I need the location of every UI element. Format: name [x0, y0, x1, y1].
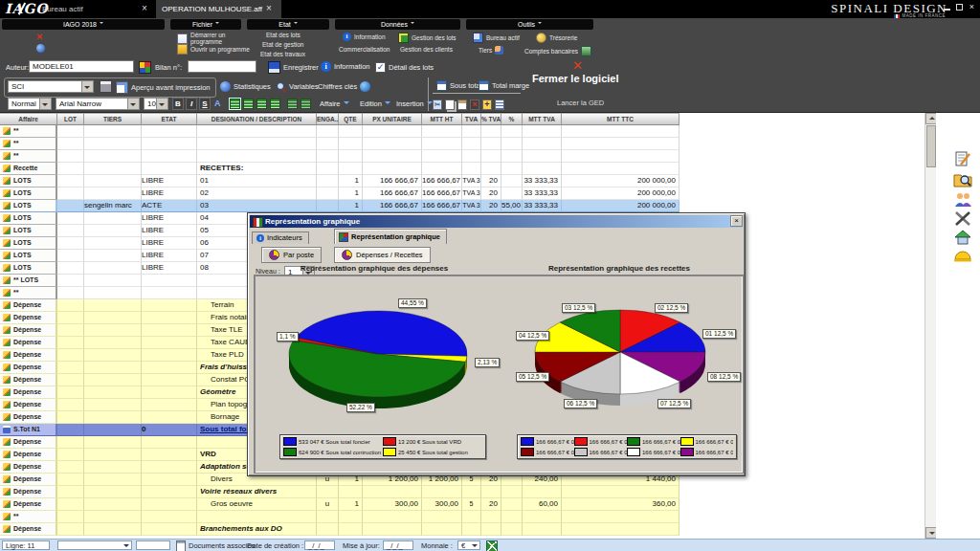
close-app-icon[interactable] — [572, 58, 583, 73]
col-header-px-unitaire[interactable]: PX UNITAIRE — [363, 113, 422, 125]
insert-row-icon[interactable] — [287, 99, 298, 109]
menu-fichier[interactable]: Fichier — [170, 19, 241, 30]
table-row[interactable]: ** — [0, 511, 924, 523]
italic-button[interactable]: I — [186, 98, 197, 110]
menu-item-commercialisation[interactable]: Commercialisation — [339, 46, 390, 53]
status-dropdown[interactable] — [57, 540, 132, 550]
menu-item-ouvrir-programme[interactable]: Ouvrir un programme — [177, 44, 250, 55]
table-row[interactable]: DépenseGros oeuvreu1300,00300,0052060,00… — [0, 498, 924, 511]
font-dropdown[interactable]: Arial Narrow — [56, 98, 140, 110]
col-header-tva[interactable]: TVA — [462, 113, 481, 125]
list-icon[interactable] — [495, 99, 504, 110]
total-marge-button[interactable]: Total marge — [479, 80, 529, 91]
table-row[interactable]: RecetteRECETTES: — [0, 163, 924, 175]
edition-menu[interactable]: Edition — [360, 99, 390, 108]
menu-item-comptes-bancaires[interactable]: Comptes bancaires — [524, 46, 591, 56]
align-grid-icon[interactable] — [256, 99, 267, 109]
font-size-dropdown[interactable]: 10 — [144, 98, 168, 110]
menu-item-etat-des-travaux[interactable]: Etat des travaux — [260, 51, 305, 57]
date-creation-field[interactable]: _/_/_ — [304, 540, 335, 550]
underline-button[interactable]: S — [199, 98, 211, 110]
table-row[interactable]: ** — [0, 150, 924, 163]
information-button[interactable]: Information — [321, 61, 370, 72]
documents-associes-button[interactable]: Documents associés — [176, 540, 255, 551]
depenses-recettes-button[interactable]: Dépenses / Recettes — [334, 247, 431, 263]
add-icon[interactable] — [482, 99, 492, 110]
statistiques-button[interactable]: Statistiques — [220, 81, 271, 92]
menu-outils[interactable]: Outils — [466, 19, 593, 30]
par-poste-button[interactable]: Par poste — [261, 247, 322, 263]
auteur-input[interactable] — [29, 60, 134, 73]
delete-row-icon[interactable] — [301, 99, 311, 109]
house-icon[interactable] — [953, 229, 972, 245]
col-header-enga[interactable]: ENGA.. — [317, 113, 339, 125]
resize-arrows-icon[interactable] — [486, 540, 498, 551]
fermer-logiciel-button[interactable]: Fermer le logiciel — [532, 73, 618, 84]
users-icon[interactable] — [953, 191, 972, 208]
paste-icon[interactable] — [457, 99, 467, 110]
close-window-button[interactable] — [968, 3, 976, 11]
table-row[interactable]: LOTSsengelin marcACTE031166 666,67166 66… — [0, 200, 924, 212]
folder-search-icon[interactable] — [953, 171, 972, 187]
cut-icon[interactable] — [433, 99, 442, 110]
affaire-menu[interactable]: Affaire — [320, 99, 349, 108]
close-program-icon[interactable] — [36, 32, 42, 41]
menu-item-etat-de-gestion[interactable]: Etat de gestion — [262, 41, 303, 48]
tab-indicateurs[interactable]: Indicateurs — [252, 231, 309, 244]
edit-document-icon[interactable] — [953, 151, 972, 167]
close-tab-icon[interactable] — [140, 4, 149, 13]
printer-icon[interactable] — [100, 80, 112, 93]
style-dropdown[interactable]: Normal — [8, 98, 52, 110]
insertion-menu[interactable]: Insertion — [396, 99, 433, 108]
menu-item-gestion-des-clients[interactable]: Gestion des clients — [400, 46, 453, 53]
align-grid-icon[interactable] — [230, 99, 240, 109]
delete-icon[interactable] — [470, 99, 479, 110]
close-tab-icon[interactable] — [264, 4, 274, 13]
col-header-mtt-ht[interactable]: MTT HT — [422, 113, 462, 125]
hard-hat-icon[interactable] — [953, 247, 972, 263]
table-row[interactable]: ** — [0, 125, 924, 138]
menu-iago2018[interactable]: IAGO 2018 — [2, 19, 165, 30]
tools-icon[interactable] — [953, 210, 972, 227]
variables-button[interactable]: Variables — [276, 81, 319, 92]
table-row[interactable]: LOTSLIBRE011166 666,67166 666,67TVA 3203… — [0, 175, 924, 187]
table-row[interactable]: ** — [0, 138, 924, 150]
col-header-etat[interactable]: ETAT — [142, 113, 197, 125]
tab-operation-mulhouse[interactable]: OPERATION MULHOUSE.aff — [156, 0, 281, 18]
detail-lots-checkbox[interactable] — [375, 62, 386, 73]
table-row[interactable]: LOTSLIBRE021166 666,67166 666,67TVA 3203… — [0, 187, 924, 200]
enregistrer-button[interactable]: Enregistrer — [268, 61, 319, 74]
menu-item-gestion-des-lots[interactable]: Gestion des lots — [398, 33, 457, 43]
col-header-designation[interactable]: DESIGNATION / DESCRIPTION — [197, 113, 317, 125]
menu-etat[interactable]: Etat — [247, 19, 329, 30]
col-header-tiers[interactable]: TIERS — [84, 113, 142, 125]
align-grid-icon[interactable] — [270, 99, 280, 109]
mise-a-jour-field[interactable]: _/_/_ — [383, 540, 413, 550]
menu-item-demarrer-programme[interactable]: Démarrer un programme — [177, 32, 250, 45]
menu-item-tresorerie[interactable]: Trésorerie — [536, 33, 577, 43]
scrollbar-thumb[interactable] — [926, 125, 936, 167]
font-color-button[interactable]: A — [214, 99, 221, 108]
sci-dropdown[interactable]: SCI — [8, 80, 94, 93]
globe-icon[interactable] — [36, 44, 45, 53]
col-header-affaire[interactable]: Affaire — [0, 113, 57, 125]
menu-item-bureau-actif[interactable]: Bureau actif — [473, 33, 520, 43]
col-header-pct-tva[interactable]: % TVA — [481, 113, 501, 125]
tab-representation-graphique[interactable]: Représentation graphique — [334, 229, 447, 244]
apercu-button[interactable]: Aperçu avant impression — [116, 81, 211, 94]
sous-total-button[interactable]: Sous total — [436, 80, 481, 91]
menu-item-etat-des-lots[interactable]: Etat des lots — [266, 32, 301, 38]
menu-item-information[interactable]: Information — [343, 33, 386, 41]
menu-donnees[interactable]: Données — [335, 19, 460, 30]
col-header-mtt-tva[interactable]: MTT TVA — [523, 113, 562, 125]
close-dialog-button[interactable] — [730, 215, 743, 227]
table-row[interactable]: DépenseVoirie réseaux divers — [0, 486, 924, 498]
bilan-input[interactable] — [188, 60, 256, 73]
col-header-qte[interactable]: QTE — [339, 113, 363, 125]
table-row[interactable]: DépenseBranchements aux DO — [0, 523, 924, 536]
col-header-lot[interactable]: LOT — [57, 113, 84, 125]
menu-item-tiers[interactable]: Tiers — [479, 46, 503, 55]
palette-icon[interactable] — [139, 61, 151, 74]
align-grid-icon[interactable] — [243, 99, 254, 109]
bold-button[interactable]: B — [172, 98, 184, 110]
